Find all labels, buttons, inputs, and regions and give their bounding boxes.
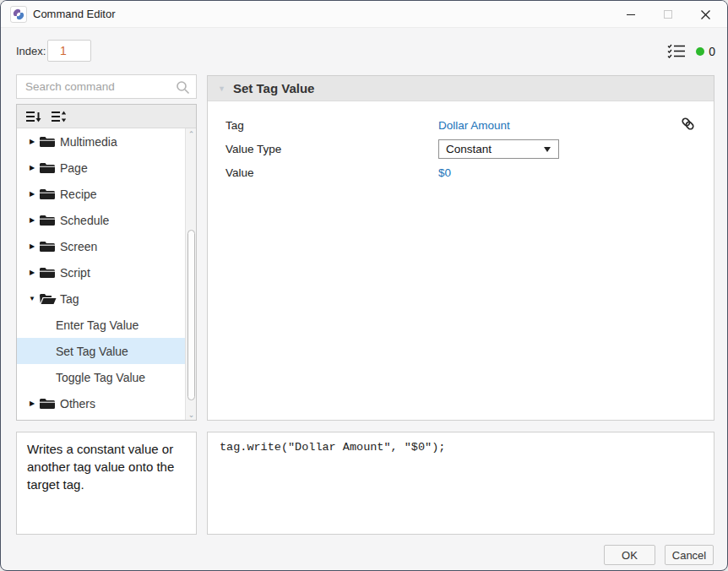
expand-all-icon [51, 110, 67, 123]
value-type-dropdown[interactable]: Constant [438, 139, 559, 159]
window-title: Command Editor [33, 8, 116, 20]
expand-arrow-icon: ▶▼ [25, 269, 39, 276]
status-ok-dot-icon [696, 47, 704, 56]
tag-label: Tag [208, 119, 438, 132]
maximize-icon [664, 10, 672, 19]
expand-arrow-icon: ▶▼ [25, 216, 39, 224]
properties-panel: ▼ Set Tag Value Tag Dollar Amount Value … [207, 75, 714, 421]
tree-item-label: Others [60, 397, 95, 411]
folder-icon [39, 188, 60, 200]
tree-item-label: Recipe [60, 188, 97, 201]
close-icon [701, 10, 710, 19]
value-value[interactable]: $0 [438, 166, 451, 179]
tree-item[interactable]: ▶▼ Toggle Tag Value [17, 364, 196, 390]
expand-arrow-icon: ▶▼ [25, 242, 39, 250]
collapse-all-button[interactable] [24, 108, 42, 125]
status-count: 0 [709, 45, 715, 58]
collapse-section-icon: ▼ [218, 84, 226, 93]
index-input[interactable] [47, 40, 91, 62]
code-preview[interactable]: tag.write("Dollar Amount", "$0"); [207, 432, 714, 535]
tree-item-label: Page [60, 161, 88, 175]
folder-icon [39, 266, 60, 279]
tree-item-label: Tag [60, 292, 79, 306]
scroll-down-icon[interactable]: ⌄ [186, 409, 196, 420]
cancel-button[interactable]: Cancel [665, 545, 714, 565]
properties-header[interactable]: ▼ Set Tag Value [208, 76, 714, 101]
tree-item-label: Multimedia [60, 135, 117, 149]
tree-scrollbar[interactable]: ⌃ ⌄ [185, 128, 196, 420]
expand-arrow-icon: ▶▼ [25, 295, 39, 302]
ok-button[interactable]: OK [604, 545, 655, 565]
app-logo-icon [10, 6, 27, 23]
tree-item-label: Set Tag Value [56, 345, 128, 358]
close-button[interactable] [687, 1, 724, 28]
search-input[interactable] [17, 75, 196, 98]
tag-value-link[interactable]: Dollar Amount [438, 119, 510, 132]
tree-item[interactable]: ▶▼ Page [17, 155, 196, 181]
tree-item-label: Screen [60, 240, 97, 253]
folder-icon [39, 397, 60, 410]
collapse-all-icon [25, 110, 41, 123]
index-label: Index: [16, 45, 46, 57]
expand-arrow-icon: ▶▼ [25, 190, 39, 198]
command-tree: ▶▼ Multimedia ▶▼ Page ▶▼ [17, 128, 196, 420]
scrollbar-thumb[interactable] [187, 230, 195, 400]
command-description: Writes a constant value or another tag v… [16, 432, 197, 535]
properties-title: Set Tag Value [233, 81, 314, 95]
command-editor-window: Command Editor Index: 0 [0, 0, 728, 571]
scroll-up-icon[interactable]: ⌃ [186, 128, 196, 139]
expand-arrow-icon: ▶▼ [25, 400, 39, 407]
maximize-button [649, 1, 687, 28]
link-chain-icon[interactable] [680, 116, 696, 132]
search-box [16, 74, 197, 99]
tree-item[interactable]: ▶▼ Others [17, 390, 196, 416]
search-icon [176, 80, 190, 95]
titlebar: Command Editor [1, 1, 727, 28]
tree-item[interactable]: ▶▼ Schedule [17, 207, 196, 233]
tree-item[interactable]: ▶▼ Multimedia [17, 128, 196, 155]
value-type-row: Value Type Constant [208, 137, 714, 160]
folder-icon [39, 135, 60, 148]
tree-item[interactable]: ▶▼ Enter Tag Value [17, 312, 196, 338]
minimize-icon [627, 14, 635, 15]
folder-icon [39, 240, 60, 253]
tree-item[interactable]: ▶▼ Recipe [17, 181, 196, 207]
tree-item[interactable]: ▶▼ Set Tag Value [17, 338, 196, 364]
value-type-selected: Constant [446, 143, 492, 155]
minimize-button[interactable] [612, 1, 649, 28]
value-type-label: Value Type [208, 143, 438, 155]
tree-item-label: Schedule [60, 214, 109, 227]
chevron-down-icon [544, 147, 551, 152]
tree-item[interactable]: ▶▼ Tag [17, 286, 196, 312]
expand-arrow-icon: ▶▼ [25, 164, 39, 171]
command-tree-panel: ▶▼ Multimedia ▶▼ Page ▶▼ [16, 104, 197, 421]
folder-icon [39, 161, 60, 174]
tree-item[interactable]: ▶▼ Screen [17, 233, 196, 259]
tag-row: Tag Dollar Amount [208, 113, 714, 137]
tree-item[interactable]: ▶▼ Script [17, 259, 196, 286]
expand-arrow-icon: ▶▼ [25, 138, 39, 145]
checklist-icon[interactable] [667, 44, 686, 58]
folder-icon [39, 292, 60, 305]
tree-toolbar [17, 105, 196, 128]
tree-item-label: Script [60, 266, 90, 280]
properties-body: Tag Dollar Amount Value Type Constant Va… [208, 101, 714, 184]
value-row: Value $0 [208, 160, 714, 184]
tree-item-label: Enter Tag Value [56, 318, 139, 332]
expand-all-button[interactable] [49, 108, 68, 125]
tree-item-label: Toggle Tag Value [56, 371, 145, 384]
folder-icon [39, 214, 60, 226]
value-label: Value [208, 166, 438, 179]
